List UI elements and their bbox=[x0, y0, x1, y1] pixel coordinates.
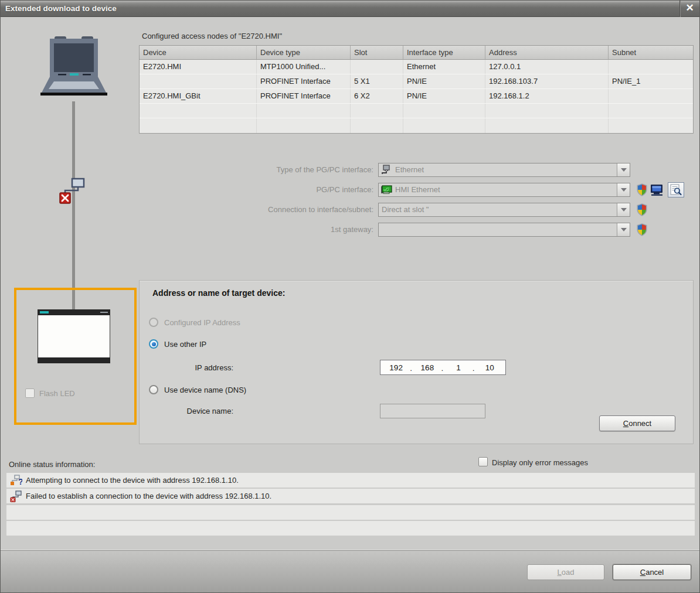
cell bbox=[257, 104, 351, 118]
dialog-footer: Load Cancel bbox=[1, 550, 699, 592]
chevron-down-icon bbox=[621, 168, 627, 172]
table-row[interactable]: E2720.HMI MTP1000 Unified... Ethernet 12… bbox=[140, 60, 693, 74]
table-row[interactable]: PROFINET Interface 5 X1 PN/IE 192.168.10… bbox=[140, 74, 693, 89]
dropdown-arrow-button bbox=[617, 183, 630, 196]
cell bbox=[351, 118, 403, 133]
search-properties-icon bbox=[670, 184, 682, 196]
dialog-titlebar: Extended download to device ✕ bbox=[1, 1, 699, 17]
cell: PN/IE bbox=[403, 74, 485, 88]
col-header-subnet: Subnet bbox=[609, 46, 693, 59]
cell bbox=[403, 118, 485, 133]
ip-octet-4: 10 bbox=[474, 360, 505, 374]
cell: PROFINET Interface bbox=[257, 89, 351, 103]
cell: PN/IE_1 bbox=[609, 74, 693, 88]
display-only-errors-checkbox[interactable] bbox=[478, 457, 488, 466]
status-message-text: Failed to establish a connection to the … bbox=[26, 492, 271, 500]
dropdown-arrow-button bbox=[617, 203, 630, 216]
table-row[interactable] bbox=[140, 118, 693, 133]
status-message-row[interactable]: Failed to establish a connection to the … bbox=[6, 489, 695, 503]
cell bbox=[485, 104, 609, 118]
cell bbox=[485, 118, 609, 133]
cell bbox=[351, 104, 403, 118]
status-message-row-empty bbox=[6, 505, 695, 520]
cell: PN/IE bbox=[403, 89, 485, 103]
access-nodes-caption: Configured access nodes of "E2720.HMI" bbox=[142, 32, 282, 40]
device-name-label: Device name: bbox=[166, 404, 233, 418]
col-header-device-type: Device type bbox=[257, 46, 351, 59]
table-row[interactable]: E2720.HMI_GBit PROFINET Interface 6 X2 P… bbox=[140, 89, 693, 104]
table-header-row: Device Device type Slot Interface type A… bbox=[140, 46, 693, 60]
use-other-ip-radio[interactable] bbox=[149, 339, 158, 349]
connection-to-subnet-select: Direct at slot " bbox=[378, 203, 630, 217]
security-shield-icon bbox=[636, 203, 648, 216]
target-address-panel: Address or name of target device: Config… bbox=[139, 280, 694, 444]
hmi-panel-image bbox=[38, 309, 110, 363]
close-button[interactable]: ✕ bbox=[679, 1, 699, 17]
device-name-input bbox=[380, 404, 485, 418]
cell: 127.0.0.1 bbox=[485, 60, 609, 74]
ip-address-input[interactable]: 192 168 1 10 bbox=[380, 360, 506, 375]
connection-to-subnet-value: Direct at slot " bbox=[379, 203, 617, 216]
cell bbox=[609, 60, 693, 74]
chevron-down-icon bbox=[621, 228, 627, 231]
svg-text:?: ? bbox=[18, 477, 22, 486]
cell bbox=[403, 104, 485, 118]
cell: E2720.HMI_GBit bbox=[140, 89, 257, 103]
ip-octet-3: 1 bbox=[443, 360, 474, 374]
search-devices-button[interactable] bbox=[668, 182, 684, 197]
chevron-down-icon bbox=[621, 188, 627, 192]
hmi-panel-top-bezel bbox=[38, 309, 110, 315]
cell bbox=[609, 89, 693, 103]
col-header-interface-type: Interface type bbox=[403, 46, 485, 59]
close-icon: ✕ bbox=[680, 1, 699, 16]
cancel-button[interactable]: Cancel bbox=[613, 564, 691, 580]
ip-octet-1: 192 bbox=[380, 360, 412, 374]
hmi-logo-mark bbox=[40, 311, 49, 313]
type-of-pg-pc-interface-label: Type of the PG/PC interface: bbox=[165, 163, 373, 177]
chevron-down-icon bbox=[621, 208, 627, 212]
cell bbox=[609, 104, 693, 118]
online-status-label: Online status information: bbox=[9, 460, 95, 469]
status-message-text: Attempting to connect to the device with… bbox=[26, 476, 239, 485]
security-shield-icon bbox=[636, 223, 648, 236]
cell: 192.168.103.7 bbox=[485, 74, 609, 88]
use-device-name-radio[interactable] bbox=[149, 385, 158, 394]
use-other-ip-label: Use other IP bbox=[164, 339, 206, 349]
type-of-pg-pc-interface-select: Ethernet bbox=[378, 163, 630, 177]
type-of-pg-pc-interface-value: Ethernet bbox=[392, 163, 617, 176]
connect-button[interactable]: Connect bbox=[599, 415, 675, 431]
load-button: Load bbox=[527, 564, 604, 580]
use-device-name-label: Use device name (DNS) bbox=[164, 385, 246, 395]
cell: Ethernet bbox=[403, 60, 485, 74]
hmi-panel-bottom-bezel bbox=[38, 357, 110, 363]
connect-attempt-icon: ? bbox=[9, 475, 22, 486]
status-message-row-empty bbox=[6, 521, 695, 536]
ip-octet-2: 168 bbox=[412, 360, 443, 374]
cell: E2720.HMI bbox=[140, 60, 257, 74]
pg-pc-interface-select: HMI Ethernet bbox=[378, 183, 630, 197]
accessible-devices-monitor-icon[interactable] bbox=[650, 183, 664, 196]
display-only-errors-label: Display only error messages bbox=[492, 458, 588, 468]
pg-pc-interface-label: PG/PC interface: bbox=[165, 183, 373, 197]
status-message-row[interactable]: ? Attempting to connect to the device wi… bbox=[6, 473, 695, 488]
dropdown-arrow-button bbox=[617, 163, 630, 176]
access-nodes-table: Device Device type Slot Interface type A… bbox=[139, 45, 694, 134]
configured-ip-radio bbox=[149, 318, 158, 327]
dialog-title: Extended download to device bbox=[5, 1, 117, 16]
connection-to-subnet-label: Connection to interface/subnet: bbox=[165, 203, 373, 217]
cell bbox=[140, 74, 257, 88]
connect-failed-icon bbox=[9, 490, 22, 502]
pg-laptop-image bbox=[36, 36, 112, 105]
cell bbox=[351, 60, 403, 74]
cell: 6 X2 bbox=[351, 89, 403, 103]
cell: 5 X1 bbox=[351, 74, 403, 88]
cell bbox=[140, 104, 257, 118]
first-gateway-label: 1st gateway: bbox=[165, 223, 373, 237]
cell bbox=[257, 118, 351, 133]
table-row[interactable] bbox=[140, 104, 693, 118]
connection-error-icon bbox=[57, 178, 86, 209]
ip-address-label: IP address: bbox=[175, 360, 233, 375]
cell: 192.168.1.2 bbox=[485, 89, 609, 103]
col-header-address: Address bbox=[485, 46, 609, 59]
ethernet-plug-icon bbox=[380, 165, 392, 175]
